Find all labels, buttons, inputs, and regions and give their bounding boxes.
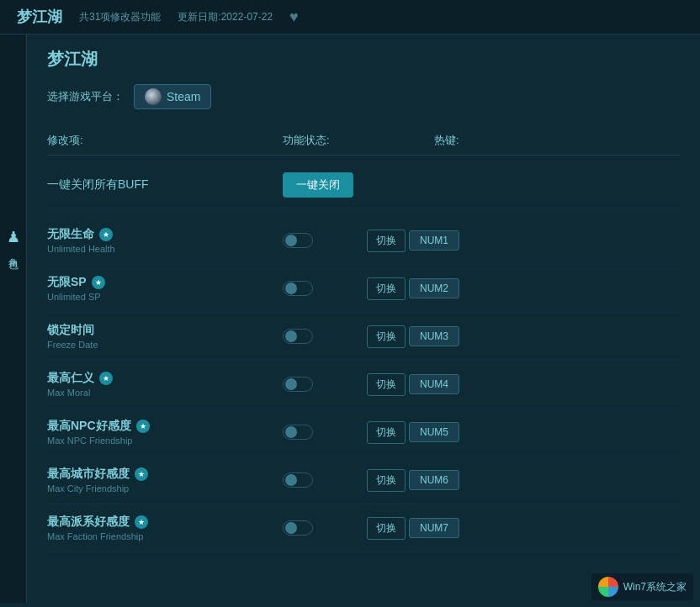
feature-toggle-cell-0	[283, 233, 367, 248]
hotkey-toggle-btn-2[interactable]: 切换	[367, 325, 406, 348]
watermark: Win7系统之家	[591, 573, 693, 600]
feature-row-1: 无限SP★Unlimited SP切换NUM2	[47, 265, 680, 313]
feature-toggle-cell-3	[283, 377, 367, 392]
feature-toggle-cell-6	[283, 520, 367, 536]
feature-name-en-5: Max City Friendship	[47, 483, 283, 494]
feature-name-row-1: 无限SP★	[47, 275, 283, 290]
feature-name-4: 最高NPC好感度★Max NPC Friendship	[47, 419, 283, 446]
feature-name-6: 最高派系好感度★Max Faction Friendship	[47, 515, 283, 541]
feature-toggle-5[interactable]	[283, 472, 313, 488]
feature-row-2: 锁定时间Freeze Date切换NUM3	[47, 313, 680, 361]
one-key-row: 一键关闭所有BUFF 一键关闭	[47, 162, 680, 208]
steam-label: Steam	[167, 90, 200, 103]
sidebar-label: 角色	[6, 250, 20, 253]
star-badge-3: ★	[99, 372, 113, 385]
feature-toggle-3[interactable]	[283, 377, 313, 392]
feature-name-cn-6: 最高派系好感度	[47, 515, 130, 530]
hotkey-num-4[interactable]: NUM5	[409, 422, 459, 442]
feature-name-row-5: 最高城市好感度★	[47, 467, 283, 482]
feature-name-cn-2: 锁定时间	[47, 323, 94, 338]
character-icon: ♟	[7, 228, 20, 246]
feature-toggle-cell-5	[283, 472, 367, 488]
feature-name-en-6: Max Faction Friendship	[47, 531, 283, 541]
feature-toggle-cell-1	[283, 281, 367, 296]
one-key-label: 一键关闭所有BUFF	[47, 177, 283, 193]
feature-row-5: 最高城市好感度★Max City Friendship切换NUM6	[47, 457, 680, 504]
star-badge-0: ★	[99, 228, 113, 241]
feature-toggle-2[interactable]	[283, 329, 313, 344]
feature-hotkey-cell-2: 切换NUM3	[367, 325, 535, 348]
feature-name-row-6: 最高派系好感度★	[47, 515, 283, 530]
feature-name-5: 最高城市好感度★Max City Friendship	[47, 467, 283, 494]
feature-toggle-4[interactable]	[283, 425, 313, 440]
hotkey-toggle-btn-5[interactable]: 切换	[367, 469, 406, 492]
feature-toggle-1[interactable]	[283, 281, 313, 296]
star-badge-6: ★	[135, 515, 148, 529]
feature-toggle-0[interactable]	[283, 233, 313, 248]
hotkey-num-5[interactable]: NUM6	[409, 470, 459, 490]
feature-name-en-3: Max Moral	[47, 388, 283, 398]
star-badge-1: ★	[92, 276, 105, 289]
feature-name-row-0: 无限生命★	[47, 227, 283, 242]
feature-hotkey-cell-5: 切换NUM6	[367, 469, 535, 492]
feature-toggle-cell-4	[283, 425, 367, 440]
watermark-logo-icon	[598, 577, 618, 597]
feature-name-en-4: Max NPC Friendship	[47, 435, 283, 446]
feature-row-4: 最高NPC好感度★Max NPC Friendship切换NUM5	[47, 409, 680, 457]
watermark-text: Win7系统之家	[623, 580, 687, 594]
hotkey-num-2[interactable]: NUM3	[409, 326, 459, 346]
feature-name-cn-5: 最高城市好感度	[47, 467, 130, 482]
feature-hotkey-cell-3: 切换NUM4	[367, 373, 535, 396]
steam-logo-icon	[145, 88, 162, 105]
table-header: 修改项: 功能状态: 热键:	[47, 126, 680, 156]
one-key-button-cell: 一键关闭	[283, 172, 434, 198]
feature-row-3: 最高仁义★Max Moral切换NUM4	[47, 361, 680, 409]
feature-name-en-1: Unlimited SP	[47, 292, 283, 302]
steam-platform-button[interactable]: Steam	[134, 84, 211, 109]
hotkey-toggle-btn-0[interactable]: 切换	[367, 230, 406, 252]
feature-name-row-3: 最高仁义★	[47, 371, 283, 386]
hotkey-toggle-btn-4[interactable]: 切换	[367, 421, 406, 444]
feature-row-6: 最高派系好感度★Max Faction Friendship切换NUM7	[47, 504, 680, 552]
feature-toggle-cell-2	[283, 329, 367, 344]
feature-name-0: 无限生命★Unlimited Health	[47, 227, 283, 254]
feature-name-row-2: 锁定时间	[47, 323, 283, 338]
sidebar: ♟ 角色	[0, 34, 27, 603]
feature-name-cn-3: 最高仁义	[47, 371, 94, 386]
content-area: 梦江湖 选择游戏平台： Steam 修改项: 功能状态: 热键: 一键关闭所有B…	[27, 34, 700, 603]
feature-hotkey-cell-4: 切换NUM5	[367, 421, 535, 444]
feature-name-cn-1: 无限SP	[47, 275, 87, 290]
top-bar: 梦江湖 共31项修改器功能 更新日期:2022-07-22 ♥	[0, 0, 700, 34]
hotkey-num-1[interactable]: NUM2	[409, 278, 459, 298]
feature-hotkey-cell-1: 切换NUM2	[367, 277, 535, 300]
hotkey-num-3[interactable]: NUM4	[409, 374, 459, 394]
feature-name-1: 无限SP★Unlimited SP	[47, 275, 283, 302]
platform-label: 选择游戏平台：	[47, 89, 124, 104]
feature-name-cn-4: 最高NPC好感度	[47, 419, 131, 434]
feature-name-en-0: Unlimited Health	[47, 244, 283, 254]
feature-toggle-6[interactable]	[283, 520, 313, 536]
feature-hotkey-cell-6: 切换NUM7	[367, 517, 535, 540]
hotkey-num-0[interactable]: NUM1	[409, 230, 459, 251]
header-col3: 热键:	[434, 133, 602, 148]
feature-hotkey-cell-0: 切换NUM1	[367, 230, 535, 252]
favorite-icon[interactable]: ♥	[289, 8, 299, 26]
close-all-button[interactable]: 一键关闭	[283, 172, 353, 198]
page-title: 梦江湖	[47, 48, 680, 71]
top-bar-meta2: 更新日期:2022-07-22	[178, 10, 273, 24]
header-col1: 修改项:	[47, 133, 283, 148]
hotkey-toggle-btn-6[interactable]: 切换	[367, 517, 406, 540]
main-content: ♟ 角色 梦江湖 选择游戏平台： Steam 修改项: 功能状态: 热键: 一键…	[0, 34, 700, 603]
features-list: 无限生命★Unlimited Health切换NUM1无限SP★Unlimite…	[47, 217, 680, 552]
top-bar-title: 梦江湖	[17, 7, 62, 27]
feature-name-en-2: Freeze Date	[47, 340, 283, 350]
platform-row: 选择游戏平台： Steam	[47, 84, 680, 109]
feature-name-2: 锁定时间Freeze Date	[47, 323, 283, 350]
hotkey-toggle-btn-1[interactable]: 切换	[367, 277, 406, 300]
hotkey-num-6[interactable]: NUM7	[409, 518, 459, 538]
feature-name-row-4: 最高NPC好感度★	[47, 419, 283, 434]
hotkey-toggle-btn-3[interactable]: 切换	[367, 373, 406, 396]
header-col2: 功能状态:	[283, 133, 434, 148]
star-badge-5: ★	[135, 467, 148, 481]
feature-row-0: 无限生命★Unlimited Health切换NUM1	[47, 217, 680, 265]
